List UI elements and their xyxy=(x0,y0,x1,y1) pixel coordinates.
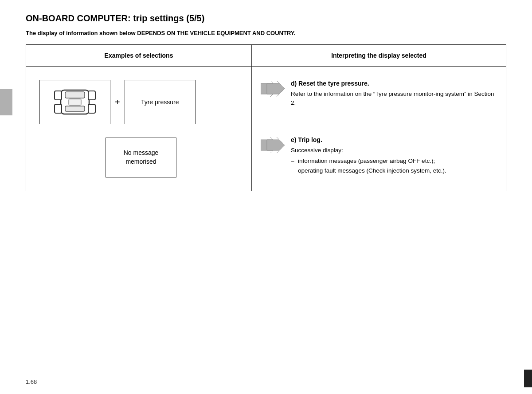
section-d-content: d) Reset the tyre pressure. Refer to the… xyxy=(291,80,497,110)
svg-rect-1 xyxy=(65,92,85,98)
car-icon-box xyxy=(39,80,110,124)
tyre-label: Tyre pressure xyxy=(141,98,179,106)
section-d-text: Refer to the information on the “Tyre pr… xyxy=(291,90,497,108)
tyre-box: Tyre pressure xyxy=(125,80,196,124)
svg-rect-5 xyxy=(55,104,62,113)
section-e-content: e) Trip log. Successive display: informa… xyxy=(291,136,446,177)
page-number: 1.68 xyxy=(26,378,37,385)
svg-rect-3 xyxy=(55,91,62,100)
successive-label: Successive display: xyxy=(291,146,446,155)
svg-marker-9 xyxy=(267,81,285,97)
tyre-row: + Tyre pressure xyxy=(35,75,243,133)
no-message-row: No message memorised xyxy=(35,133,243,182)
section-e-row: e) Trip log. Successive display: informa… xyxy=(261,132,497,181)
main-table: Examples of selections Interpreting the … xyxy=(26,44,506,191)
interpreting-cell: d) Reset the tyre pressure. Refer to the… xyxy=(252,67,506,191)
page-subtitle: The display of information shown below D… xyxy=(26,30,506,36)
svg-rect-6 xyxy=(88,104,95,113)
svg-marker-11 xyxy=(267,137,285,153)
page-title: ON-BOARD COMPUTER: trip settings (5/5) xyxy=(26,13,506,24)
section-d-title: d) Reset the tyre pressure. xyxy=(291,80,497,87)
svg-rect-7 xyxy=(69,99,81,105)
section-d-row: d) Reset the tyre pressure. Refer to the… xyxy=(261,75,497,114)
arrow-d xyxy=(261,80,285,98)
page-black-bar xyxy=(524,370,532,387)
svg-rect-2 xyxy=(65,106,85,111)
car-icon xyxy=(53,87,97,118)
section-e-title: e) Trip log. xyxy=(291,136,446,143)
examples-cell-a: + Tyre pressure No message memorised xyxy=(26,67,252,191)
plus-sign: + xyxy=(115,97,120,107)
left-sidebar-bar xyxy=(0,89,12,115)
bullet-1: information messages (passenger airbag O… xyxy=(291,157,446,165)
no-message-box: No message memorised xyxy=(106,138,176,177)
arrow-e xyxy=(261,136,285,154)
svg-rect-4 xyxy=(88,91,95,100)
bullet-2: operating fault messages (Check injectio… xyxy=(291,166,446,175)
header-interpreting: Interpreting the display selected xyxy=(252,45,506,67)
header-examples: Examples of selections xyxy=(26,45,252,67)
no-message-text: No message memorised xyxy=(124,149,159,166)
